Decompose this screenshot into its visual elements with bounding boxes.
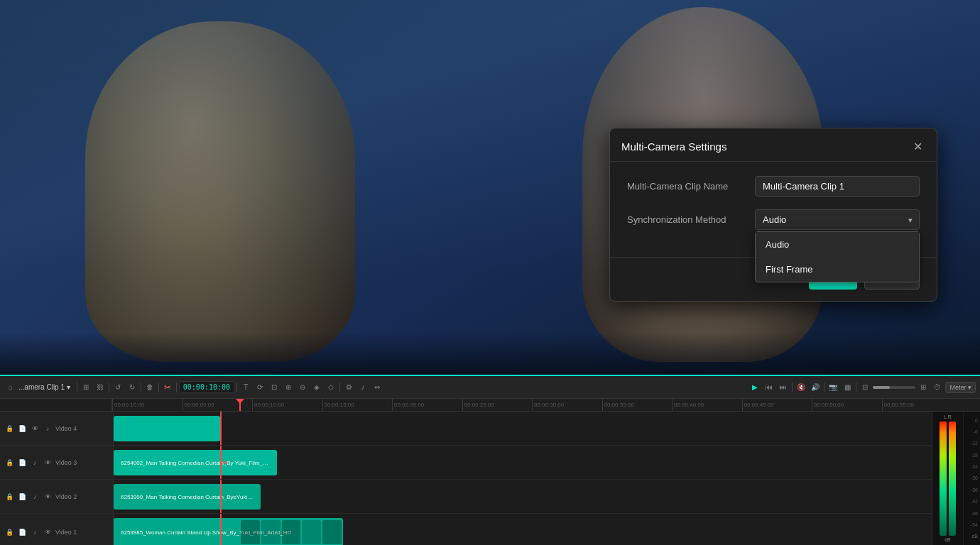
link-icon[interactable]: ⛓ <box>94 381 107 394</box>
expand-icon[interactable]: ⇔ <box>371 381 383 394</box>
cut-icon[interactable]: ✂ <box>161 381 174 394</box>
track-lock-icon[interactable]: 🔒 <box>4 424 14 434</box>
clip-name-label: ...amera Clip 1 ▾ <box>18 383 70 391</box>
track-eye-v1-icon[interactable]: 👁 <box>43 527 53 537</box>
zoom-out-icon[interactable]: ⊖ <box>296 381 309 394</box>
ruler-tick-4: 00:00:20:00 <box>392 399 462 411</box>
ruler-tick-0: 00:00:10:00 <box>112 399 183 411</box>
track-row-video2: 🔒 📄 ♪ 👁 Video 2 6253990_Man Talking Come… <box>0 480 932 514</box>
grid-icon[interactable]: ▦ <box>841 381 854 394</box>
video1-clip[interactable]: 6253985_Woman Curtain Stand Up Show_By_Y… <box>114 518 343 545</box>
toolbar-sep-10 <box>856 382 856 392</box>
thumb-1 <box>241 520 260 544</box>
ruler-tick-3: 00:00:15:00 <box>322 399 393 411</box>
home-icon[interactable]: ⌂ <box>4 381 17 394</box>
audio-icon[interactable]: ♪ <box>356 381 369 394</box>
clip-name-field: Multi-Camera Clip Name <box>627 176 920 197</box>
settings-icon[interactable]: ⚙ <box>342 381 355 394</box>
dialog-body: Multi-Camera Clip Name Synchronization M… <box>610 162 937 257</box>
delete-icon[interactable]: 🗑 <box>143 381 156 394</box>
clip-name-input[interactable] <box>755 176 920 197</box>
sync-dropdown-open: Audio First Frame <box>755 231 920 282</box>
timeline-toolbar: ⌂ ...amera Clip 1 ▾ ⊞ ⛓ ↺ ↻ 🗑 ✂ 00:00:10… <box>0 376 980 399</box>
crowd-shadow <box>0 332 980 375</box>
track-source-v3-icon[interactable]: 📄 <box>17 458 27 468</box>
zoom-in-icon[interactable]: ⊕ <box>282 381 295 394</box>
track-vis-v1-icon[interactable]: ♪ <box>30 527 40 537</box>
tracks-main: 🔒 📄 👁 ♪ Video 4 🔒 📄 ♪ <box>0 412 932 545</box>
forward-icon[interactable]: ⏭ <box>777 381 790 394</box>
track-vis-v3-icon[interactable]: ♪ <box>30 458 40 468</box>
video4-clip[interactable] <box>114 416 220 441</box>
timeline-ruler: 00:00:10:00 00:00:05:00 00:00:10:00 00:0… <box>0 399 980 412</box>
color-icon[interactable]: ◈ <box>310 381 323 394</box>
track-content-video3: 6254002_Man Talking Comedian Curtain_By … <box>114 446 932 479</box>
track-lock-v1-icon[interactable]: 🔒 <box>4 527 14 537</box>
track-vis-v2-icon[interactable]: ♪ <box>30 492 40 502</box>
toolbar-sep-8 <box>792 382 793 392</box>
video3-clip[interactable]: 6254002_Man Talking Comedian Curtain_By … <box>114 450 277 475</box>
redo-icon[interactable]: ↻ <box>126 381 138 394</box>
play-icon[interactable]: ▶ <box>748 381 761 394</box>
dialog-titlebar: Multi-Camera Settings ✕ <box>610 128 937 162</box>
camera-icon[interactable]: 📷 <box>827 381 839 394</box>
playhead-triangle <box>236 399 244 404</box>
toolbar-sep-4 <box>158 382 159 392</box>
dropdown-option-audio[interactable]: Audio <box>756 232 919 257</box>
db-scale: 0 -6 -12 -18 -24 -30 -36 -42 -48 -54 dB <box>963 412 980 545</box>
rotate-icon[interactable]: ⟳ <box>254 381 266 394</box>
db-48: -48 <box>971 511 978 516</box>
text-icon[interactable]: T <box>239 381 252 394</box>
db-36: -36 <box>971 488 978 492</box>
track-vis-icon[interactable]: 👁 <box>30 424 40 434</box>
multicam-icon[interactable]: ⊞ <box>80 381 92 394</box>
track-row-video1: 🔒 📄 ♪ 👁 Video 1 6253985_Woman Curtain St… <box>0 514 932 545</box>
track-label-video4: Video 4 <box>55 425 109 432</box>
sync-method-select[interactable]: Audio First Frame <box>755 209 920 230</box>
video2-clip[interactable]: 6253990_Man Talking Comedian Curtain_Bye… <box>114 484 261 510</box>
track-source-icon[interactable]: 📄 <box>17 424 27 434</box>
track-source-v1-icon[interactable]: 📄 <box>17 527 27 537</box>
mute-icon[interactable]: 🔇 <box>795 381 807 394</box>
cut-marker-v3: ✂ <box>220 457 229 468</box>
meter-button[interactable]: Meter ▾ <box>945 382 976 393</box>
vol-icon[interactable]: 🔊 <box>809 381 822 394</box>
track-label-video2: Video 2 <box>55 493 109 500</box>
track-lock-v3-icon[interactable]: 🔒 <box>4 458 14 468</box>
zoom-timeline-in-icon[interactable]: ⊞ <box>917 381 930 394</box>
playhead-video4 <box>220 412 222 445</box>
thumb-2 <box>261 520 281 544</box>
track-label-video1: Video 1 <box>55 529 109 536</box>
toolbar-sep-2 <box>109 382 109 392</box>
clock-icon[interactable]: ⏱ <box>931 381 944 394</box>
meter-left-bar <box>940 422 947 536</box>
ruler-tick-5: 00:00:25:00 <box>462 399 533 411</box>
track-audio-icon[interactable]: ♪ <box>43 424 53 434</box>
toolbar-sep-6 <box>236 382 237 392</box>
db-label-unit: dB <box>971 534 978 539</box>
track-controls-video3: 🔒 📄 ♪ 👁 Video 3 <box>0 446 114 479</box>
track-eye-v3-icon[interactable]: 👁 <box>43 458 53 468</box>
zoom-slider[interactable] <box>873 386 915 389</box>
undo-icon[interactable]: ↺ <box>111 381 124 394</box>
db-6: -6 <box>974 429 978 434</box>
ruler-tick-2: 00:00:10:00 <box>252 399 322 411</box>
rewind-icon[interactable]: ⏮ <box>763 381 775 394</box>
clip-name-label: Multi-Camera Clip Name <box>627 181 755 192</box>
meter-panel: L R dB <box>932 412 963 545</box>
timecode-display[interactable]: 00:00:10:00 <box>179 381 234 393</box>
track-source-v2-icon[interactable]: 📄 <box>17 492 27 502</box>
track-lock-v2-icon[interactable]: 🔒 <box>4 492 14 502</box>
track-content-video1: 6253985_Woman Curtain Stand Up Show_By_Y… <box>114 514 932 545</box>
sync-method-wrapper: Audio First Frame ▾ Audio First Frame <box>755 209 920 230</box>
sync-method-label: Synchronization Method <box>627 214 755 225</box>
meter-db-label: dB <box>944 537 951 542</box>
dropdown-option-first-frame[interactable]: First Frame <box>756 257 919 282</box>
track-eye-v2-icon[interactable]: 👁 <box>43 492 53 502</box>
dialog-close-button[interactable]: ✕ <box>910 138 925 154</box>
crop-icon[interactable]: ⊡ <box>268 381 281 394</box>
zoom-timeline-out-icon[interactable]: ⊟ <box>859 381 871 394</box>
video3-clip-label: 6254002_Man Talking Comedian Curtain_By … <box>118 460 273 466</box>
effect-icon[interactable]: ◇ <box>325 381 337 394</box>
multicamera-settings-dialog: Multi-Camera Settings ✕ Multi-Camera Cli… <box>609 128 937 302</box>
